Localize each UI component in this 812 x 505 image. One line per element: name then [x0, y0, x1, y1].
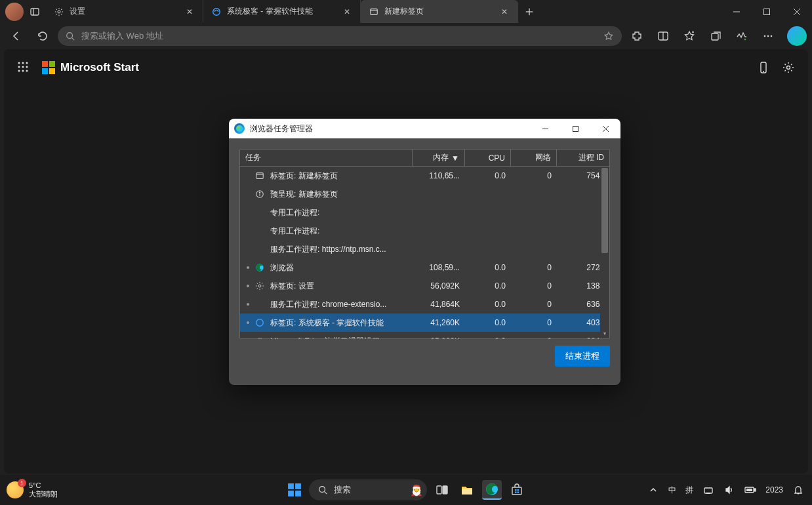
scrollbar[interactable]: ▾	[600, 167, 609, 338]
svg-point-26	[18, 66, 20, 68]
collections-button[interactable]	[704, 25, 727, 47]
copilot-button[interactable]	[787, 26, 807, 46]
file-explorer-button[interactable]	[457, 480, 477, 500]
table-row[interactable]: 服务工作进程: chrome-extensio...41,864K0.00636…	[240, 295, 609, 313]
svg-rect-36	[573, 126, 578, 131]
weather-widget[interactable]: 5°C 大部晴朗	[7, 481, 58, 498]
sort-indicator-icon: ▼	[451, 153, 459, 163]
minimize-button[interactable]	[721, 0, 752, 23]
table-row[interactable]: 专用工作进程:	[240, 222, 609, 240]
svg-point-43	[259, 192, 260, 193]
app-launcher-button[interactable]	[17, 61, 30, 74]
svg-point-19	[744, 39, 746, 40]
address-bar[interactable]: 搜索或输入 Web 地址	[58, 26, 622, 46]
svg-point-20	[764, 35, 766, 37]
col-memory[interactable]: 内存▼	[413, 150, 465, 166]
close-icon[interactable]: ✕	[342, 7, 352, 17]
col-network[interactable]: 网络	[511, 150, 557, 166]
dialog-titlebar[interactable]: 浏览器任务管理器	[229, 119, 620, 138]
tab-actions-button[interactable]	[24, 1, 46, 23]
split-screen-button[interactable]	[652, 25, 674, 47]
close-icon[interactable]: ✕	[184, 7, 195, 17]
performance-button[interactable]	[731, 25, 753, 47]
cell-cpu: 0.0	[465, 171, 511, 180]
svg-rect-54	[443, 486, 447, 494]
table-row[interactable]: 标签页: 设置56,092K0.001388	[240, 277, 609, 295]
tab-newtab[interactable]: 新建标签页 ✕	[361, 0, 518, 23]
table-row[interactable]: 服务工作进程: https://ntp.msn.c...	[240, 240, 609, 258]
ime-mode[interactable]: 拼	[685, 485, 693, 496]
svg-point-2	[58, 10, 60, 13]
task-view-button[interactable]	[432, 480, 452, 500]
favorites-button[interactable]	[678, 25, 700, 47]
battery-icon[interactable]	[744, 484, 756, 496]
tab-label: 设置	[70, 6, 184, 17]
favorite-icon[interactable]	[603, 31, 614, 41]
dialog-close-button[interactable]	[590, 119, 620, 138]
extensions-button[interactable]	[626, 25, 648, 47]
tab-settings[interactable]: 设置 ✕	[46, 0, 203, 23]
network-icon[interactable]	[702, 484, 714, 496]
cell-network: 0	[511, 318, 557, 327]
mobile-icon[interactable]	[757, 61, 770, 74]
col-pid[interactable]: 进程 ID	[557, 150, 609, 166]
tray-chevron-icon[interactable]	[647, 484, 659, 496]
taskbar-search[interactable]: 搜索 🎅	[309, 479, 427, 500]
table-row[interactable]: Microsoft Edge 边栏目视器进程:25,226K0.000848	[240, 332, 609, 338]
new-tab-button[interactable]	[518, 7, 540, 16]
clock-year[interactable]: 2023	[765, 485, 783, 495]
cell-network: 0	[511, 171, 557, 180]
more-button[interactable]	[757, 25, 779, 47]
back-button[interactable]	[5, 25, 28, 47]
start-button[interactable]	[285, 481, 304, 499]
scroll-down-icon[interactable]: ▾	[601, 331, 608, 337]
seasonal-icon: 🎅	[410, 484, 423, 496]
ime-lang[interactable]: 中	[668, 485, 676, 496]
cell-memory: 41,260K	[413, 318, 465, 327]
refresh-button[interactable]	[31, 25, 54, 47]
search-label: 搜索	[334, 484, 351, 496]
store-button[interactable]	[507, 480, 527, 500]
svg-rect-9	[764, 9, 770, 14]
dialog-maximize-button[interactable]	[560, 119, 590, 138]
settings-icon[interactable]	[782, 61, 795, 74]
svg-point-51	[319, 487, 325, 493]
maximize-button[interactable]	[752, 0, 782, 23]
brand-text: Microsoft Start	[60, 61, 139, 74]
cell-network: 0	[511, 281, 557, 291]
svg-point-30	[22, 70, 24, 72]
row-icon	[254, 281, 265, 291]
task-name: 专用工作进程:	[270, 207, 319, 218]
scrollbar-thumb[interactable]	[601, 168, 608, 253]
svg-point-28	[26, 66, 28, 68]
close-icon[interactable]: ✕	[499, 7, 510, 17]
svg-point-24	[22, 62, 24, 64]
svg-line-52	[325, 492, 327, 495]
table-row[interactable]: 浏览器108,59...0.002724	[240, 258, 609, 277]
end-process-button[interactable]: 结束进程	[555, 346, 610, 367]
dialog-minimize-button[interactable]	[530, 119, 560, 138]
table-row[interactable]: 标签页: 系统极客 - 掌握软件技能41,260K0.004032	[240, 313, 609, 332]
svg-rect-60	[515, 492, 517, 494]
close-button[interactable]	[782, 0, 812, 23]
microsoft-icon	[42, 61, 55, 74]
bullet-icon	[247, 285, 249, 287]
microsoft-start-logo[interactable]: Microsoft Start	[42, 61, 139, 74]
volume-icon[interactable]	[723, 484, 735, 496]
profile-avatar[interactable]	[5, 3, 24, 21]
notifications-icon[interactable]	[792, 484, 804, 496]
table-row[interactable]: 标签页: 新建标签页110,65...0.007548	[240, 167, 609, 185]
svg-rect-58	[515, 489, 517, 491]
table-row[interactable]: 预呈现: 新建标签页	[240, 185, 609, 203]
col-task[interactable]: 任务	[240, 150, 413, 166]
table-row[interactable]: 专用工作进程:	[240, 203, 609, 222]
svg-rect-65	[754, 489, 756, 491]
tab-sysgeek[interactable]: 系统极客 - 掌握软件技能 ✕	[203, 0, 361, 23]
svg-point-23	[18, 62, 20, 64]
tab-label: 新建标签页	[384, 6, 499, 17]
bullet-icon	[247, 303, 249, 306]
col-cpu[interactable]: CPU	[465, 150, 511, 166]
task-table: 任务 内存▼ CPU 网络 进程 ID 标签页: 新建标签页110,65...0…	[239, 149, 610, 339]
edge-taskbar-button[interactable]	[482, 480, 502, 500]
task-name: 服务工作进程: https://ntp.msn.c...	[270, 244, 386, 255]
